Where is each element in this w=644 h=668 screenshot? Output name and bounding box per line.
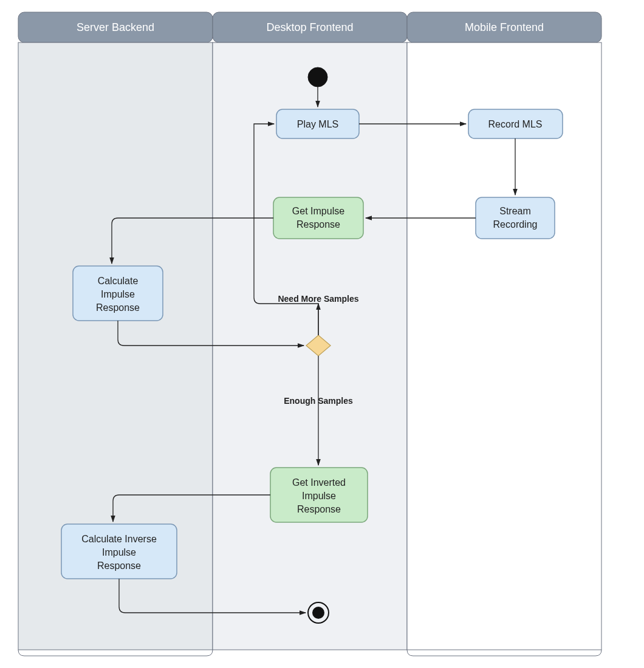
node-get-impulse-response: Get Impulse Response: [273, 197, 363, 239]
node-calc-impulse-l1: Calculate: [98, 276, 139, 286]
label-need-more-samples: Need More Samples: [278, 294, 358, 304]
lane-desktop-frontend: Desktop Frontend: [213, 12, 407, 650]
node-calc-inv-l1: Calculate Inverse: [81, 534, 157, 544]
node-calc-inverse-impulse: Calculate Inverse Impulse Response: [61, 524, 177, 579]
node-record-mls: Record MLS: [468, 109, 563, 138]
svg-rect-12: [273, 197, 363, 239]
svg-rect-11: [476, 197, 555, 239]
label-enough-samples: Enough Samples: [284, 396, 353, 406]
node-get-inv-l3: Response: [297, 504, 341, 514]
node-record-mls-label: Record MLS: [488, 119, 543, 129]
node-calc-impulse-response: Calculate Impulse Response: [73, 266, 163, 321]
node-get-inverted-impulse: Get Inverted Impulse Response: [270, 468, 368, 522]
start-node: [308, 67, 327, 87]
activity-diagram: Server Backend Desktop Frontend Mobile F…: [0, 0, 644, 668]
node-calc-impulse-l2: Impulse: [101, 289, 135, 299]
node-get-impulse-l2: Response: [296, 219, 340, 230]
node-calc-inv-l3: Response: [97, 561, 141, 571]
node-calc-inv-l2: Impulse: [102, 547, 136, 557]
node-stream-recording-l1: Stream: [499, 206, 531, 216]
node-get-inv-l1: Get Inverted: [292, 477, 346, 488]
node-play-mls-label: Play MLS: [297, 119, 338, 129]
node-play-mls: Play MLS: [276, 109, 359, 138]
node-stream-recording: Stream Recording: [476, 197, 555, 239]
node-calc-impulse-l3: Response: [96, 302, 140, 313]
svg-point-17: [312, 607, 324, 619]
node-get-impulse-l1: Get Impulse: [292, 206, 344, 216]
node-stream-recording-l2: Recording: [493, 219, 538, 230]
lane-mobile-title: Mobile Frontend: [465, 21, 544, 33]
node-get-inv-l2: Impulse: [302, 491, 336, 501]
lane-desktop-title: Desktop Frontend: [266, 21, 353, 33]
lane-mobile-frontend: Mobile Frontend: [407, 12, 601, 656]
lane-server-title: Server Backend: [77, 21, 154, 33]
